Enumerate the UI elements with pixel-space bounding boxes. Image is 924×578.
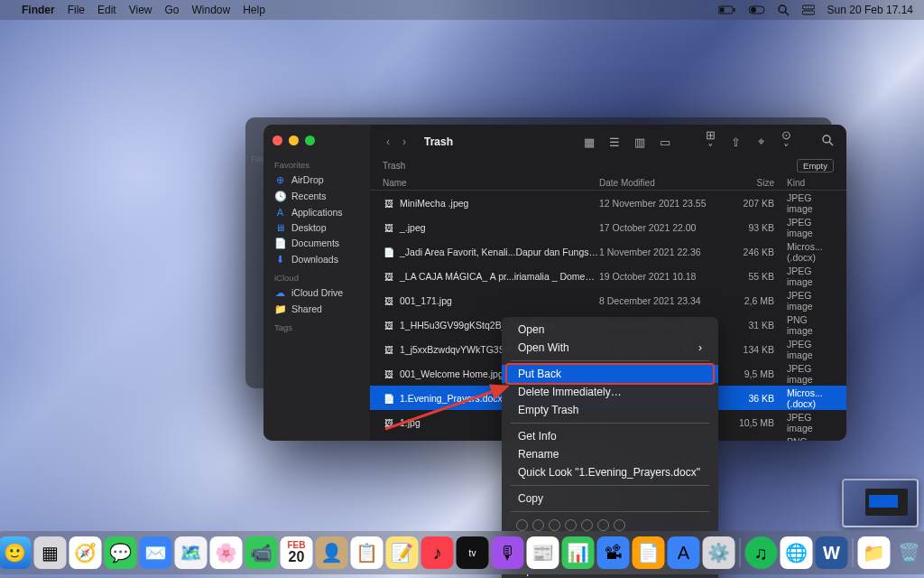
sidebar-item[interactable]: ☁iCloud Drive [263,284,370,301]
sidebar-item[interactable]: 📁Shared [263,301,370,317]
sidebar-item[interactable]: 📄Documents [263,235,370,251]
empty-trash-button[interactable]: Empty [797,159,834,172]
dock-photos[interactable]: 🌸 [210,536,243,569]
sidebar-item[interactable]: ⊕AirDrop [263,172,370,188]
view-icons[interactable]: ▦ [581,135,597,149]
col-size[interactable]: Size [724,178,774,188]
svg-line-10 [829,142,833,145]
search-icon[interactable] [819,135,836,149]
ctx-empty[interactable]: Empty Trash [502,401,718,419]
view-columns[interactable]: ▥ [632,135,648,149]
menu-file[interactable]: File [68,4,85,16]
dock-word[interactable]: W [816,536,848,569]
ctx-rename[interactable]: Rename [502,445,718,463]
view-gallery[interactable]: ▭ [657,135,673,149]
dock-launchpad[interactable]: ▦ [34,536,67,569]
screenshot-thumbnail[interactable] [842,479,919,527]
dock-spotify[interactable]: ♫ [745,536,778,569]
table-row[interactable]: 🖼_LA CAJA MÁGICA_ A pr...iriamalia _ Dom… [370,264,846,288]
file-icon: 🖼 [383,369,394,379]
sidebar-item[interactable]: AApplications [263,204,370,219]
sidebar-icon: 🕓 [274,191,286,202]
sidebar-label: Desktop [291,222,327,233]
dock-numbers[interactable]: 📊 [562,536,595,569]
menu-go[interactable]: Go [165,4,180,16]
svg-point-4 [751,7,756,13]
table-row[interactable]: 🖼MiniMecha .jpeg12 November 2021 23.5520… [370,191,846,215]
toggle-icon[interactable] [749,5,765,14]
dock-trash[interactable]: 🗑️ [893,536,925,569]
window-maximize[interactable] [305,135,315,145]
share-icon[interactable]: ⇧ [727,135,744,149]
ctx-open-with[interactable]: Open With› [502,339,718,357]
dock-pages[interactable]: 📄 [633,536,665,569]
column-headers[interactable]: Name Date Modified Size Kind [370,174,846,191]
sidebar-icon: ⬇ [274,254,286,266]
window-minimize[interactable] [289,135,299,145]
ctx-quicklook[interactable]: Quick Look "1.Evening_Prayers.docx" [502,463,718,481]
ctx-delete[interactable]: Delete Immediately… [502,383,718,401]
nav-forward[interactable]: › [397,135,411,148]
sidebar-head-icloud: iCloud [263,267,370,284]
sidebar-item[interactable]: 🖥Desktop [263,219,370,235]
sidebar-icon: 🖥 [274,222,286,233]
ctx-open[interactable]: Open [502,321,718,339]
menubar-datetime[interactable]: Sun 20 Feb 17.14 [827,4,913,16]
action-icon[interactable]: ⊙ ˅ [778,128,794,155]
menu-edit[interactable]: Edit [97,4,116,16]
dock-podcasts[interactable]: 🎙 [492,536,524,569]
table-row[interactable]: 🖼001_171.jpg8 December 2021 23.342,6 MBJ… [370,288,846,312]
col-date[interactable]: Date Modified [599,178,724,188]
sidebar-icon: 📄 [274,238,286,249]
app-name[interactable]: Finder [22,4,55,16]
dock-messages[interactable]: 💬 [105,536,137,569]
ctx-put-back[interactable]: Put Back [502,365,718,383]
dock-news[interactable]: 📰 [527,536,559,569]
window-close[interactable] [273,135,282,145]
col-kind[interactable]: Kind [774,178,834,188]
dock-safari[interactable]: 🧭 [69,536,102,569]
dock-notes[interactable]: 📝 [386,536,419,569]
dock-keynote[interactable]: 📽 [597,536,630,569]
table-row[interactable]: 📄_Jadi Area Favorit, Kenali...Dapur dan … [370,239,846,264]
ctx-getinfo[interactable]: Get Info [502,427,718,445]
tag-icon[interactable]: ⌖ [753,135,769,149]
view-list[interactable]: ☰ [606,135,623,149]
dock-tv[interactable]: tv [457,536,489,569]
file-icon: 🖼 [383,199,394,209]
dock-maps[interactable]: 🗺️ [175,536,208,569]
sidebar-item[interactable]: 🕓Recents [263,188,370,204]
dock-settings[interactable]: ⚙️ [703,536,735,569]
dock-facetime[interactable]: 📹 [245,536,278,569]
battery-icon[interactable] [718,5,736,14]
dock-chrome[interactable]: 🌐 [781,536,813,569]
dock-music[interactable]: ♪ [421,536,454,569]
sidebar-item[interactable]: ⬇Downloads [263,251,370,267]
menu-view[interactable]: View [129,4,152,16]
ctx-copy[interactable]: Copy [502,489,718,508]
dock-mail[interactable]: ✉️ [140,536,172,569]
dock-contacts[interactable]: 👤 [316,536,348,569]
control-center-icon[interactable] [802,5,815,15]
spotlight-icon[interactable] [778,5,790,16]
file-icon: 🖼 [383,418,394,428]
sidebar-icon: ⊕ [274,174,286,186]
dock-reminders[interactable]: 📋 [351,536,383,569]
dock-calendar[interactable]: FEB20 [281,536,313,569]
col-name[interactable]: Name [383,178,599,188]
menu-help[interactable]: Help [243,4,265,16]
table-row[interactable]: 🖼_.jpeg17 October 2021 22.0093 KBJPEG im… [370,215,846,239]
svg-rect-8 [802,11,815,14]
menubar: Finder File Edit View Go Window Help Sun… [0,0,924,20]
sidebar: Favorites ⊕AirDrop🕓RecentsAApplications🖥… [263,125,370,441]
dock-downloads[interactable]: 📁 [858,536,891,569]
nav-back[interactable]: ‹ [381,135,395,148]
dock-finder[interactable]: 🙂 [0,536,32,569]
path-bar[interactable]: Trash [383,161,405,171]
sidebar-label: Recents [291,191,327,201]
menu-window[interactable]: Window [192,4,231,16]
sidebar-head-favorites: Favorites [263,154,370,172]
group-icon[interactable]: ⊞ ˅ [702,128,718,155]
dock-appstore[interactable]: A [668,536,700,569]
file-icon: 📄 [383,394,394,404]
